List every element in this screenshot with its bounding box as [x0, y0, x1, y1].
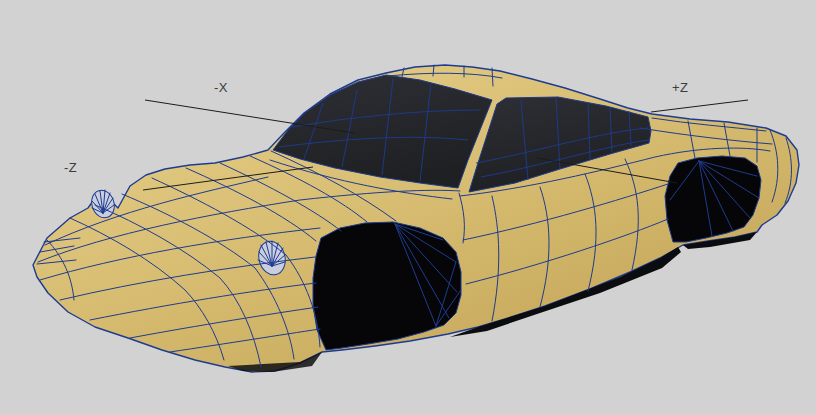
axis-line-pos-z [651, 100, 748, 112]
axis-label-neg-x[interactable]: -X [214, 80, 228, 95]
3d-viewport[interactable]: -X +Z -Z [0, 0, 816, 415]
car-model-svg [0, 0, 816, 415]
car-mesh-object[interactable] [33, 65, 799, 372]
axis-label-neg-z[interactable]: -Z [64, 160, 77, 175]
axis-label-pos-z[interactable]: +Z [672, 80, 689, 95]
